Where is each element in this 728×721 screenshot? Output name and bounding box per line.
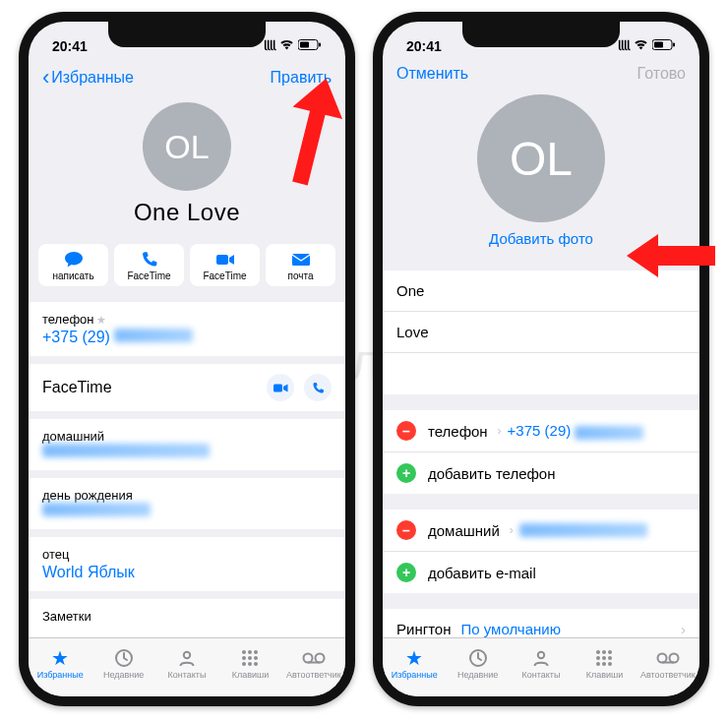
svg-rect-24 [654,42,663,48]
message-button[interactable]: написать [38,244,108,286]
svg-point-18 [303,654,312,663]
first-name-field[interactable]: One [383,270,699,312]
voicemail-icon [302,647,326,669]
phone-edit-row[interactable]: – телефон › +375 (29) [383,410,699,452]
tab-favorites-label: Избранные [37,670,84,680]
tab-contacts[interactable]: Контакты [510,638,573,689]
tab-contacts-label: Контакты [168,670,207,680]
svg-point-28 [602,650,606,654]
nav-bar-edit: Отменить Готово [383,59,699,90]
status-icons: 𝗅𝗅𝗅𝗅 [618,39,676,53]
tab-keypad[interactable]: Клавиши [573,638,636,689]
svg-point-30 [596,656,600,660]
chevron-left-icon: ‹ [42,65,49,90]
home-email-label: домашний [42,429,332,444]
svg-rect-3 [300,42,309,48]
phone-frame-left: 20:41 𝗅𝗅𝗅𝗅 ‹ Избранные Править OL One [19,12,355,706]
facetime-audio-button[interactable]: FaceTime [114,244,184,286]
svg-point-35 [608,662,612,666]
edit-button[interactable]: Править [271,69,332,87]
phone-card[interactable]: телефон★ +375 (29) [29,302,345,356]
tab-voicemail[interactable]: Автоответчик [282,638,345,689]
avatar[interactable]: OL [143,102,231,191]
voicemail-icon [656,647,680,669]
tab-voicemail[interactable]: Автоответчик [637,638,699,689]
ringtone-row[interactable]: Рингтон По умолчанию › [383,609,699,637]
svg-point-11 [254,650,258,654]
done-button[interactable]: Готово [637,65,686,83]
birthday-label: день рождения [42,488,332,503]
tab-bar: ★ Избранные Недавние Контакты Клавиши [29,637,345,696]
phone-field-label: телефон [428,423,488,440]
facetime-video-button[interactable]: FaceTime [190,244,260,286]
phone-label: телефон [42,312,94,327]
add-photo-button[interactable]: Добавить фото [383,230,699,247]
add-email-button[interactable]: + [396,563,416,582]
tab-recents[interactable]: Недавние [446,638,509,689]
tab-contacts[interactable]: Контакты [155,638,218,689]
battery-icon [298,39,322,53]
star-icon: ★ [405,647,423,669]
back-label: Избранные [51,69,134,87]
add-email-row[interactable]: + добавить e-mail [383,552,699,593]
tab-recents-label: Недавние [103,670,144,680]
mail-icon [266,251,335,269]
video-icon [190,251,260,269]
company-field[interactable] [383,353,699,394]
avatar-edit[interactable]: OL [477,94,605,222]
back-button[interactable]: ‹ Избранные [42,65,134,90]
facetime-video-label: FaceTime [190,270,260,281]
notes-label: Заметки [42,609,332,624]
add-phone-row[interactable]: + добавить телефон [383,452,699,494]
svg-point-29 [608,650,612,654]
remove-email-button[interactable]: – [396,520,416,540]
svg-point-31 [602,656,606,660]
status-time: 20:41 [406,38,442,54]
tab-favorites[interactable]: ★ Избранные [29,638,91,689]
tab-favorites-label: Избранные [392,670,438,680]
notch [462,22,620,47]
phone-group: – телефон › +375 (29) + добавить телефон [383,410,699,494]
notes-card[interactable]: Заметки [29,599,345,637]
father-value: World Яблык [42,564,332,581]
tab-keypad[interactable]: Клавиши [218,638,281,689]
keypad-icon [594,647,614,669]
tab-voicemail-label: Автоответчик [640,670,696,680]
add-phone-button[interactable]: + [396,463,416,483]
tab-favorites[interactable]: ★ Избранные [383,638,446,689]
wifi-icon [279,39,294,53]
tab-keypad-label: Клавиши [586,670,624,680]
tab-recents-label: Недавние [457,670,498,680]
star-icon: ★ [51,647,69,669]
facetime-audio-call-button[interactable] [304,374,332,401]
facetime-video-call-button[interactable] [267,374,294,401]
clock-icon [468,647,488,669]
svg-rect-5 [292,254,310,266]
facetime-audio-label: FaceTime [114,270,184,281]
svg-point-9 [242,650,246,654]
nav-bar: ‹ Избранные Править [29,59,345,98]
svg-point-10 [248,650,252,654]
tab-bar: ★ Избранные Недавние Контакты Клавиши [383,637,699,696]
tab-recents[interactable]: Недавние [91,638,154,689]
father-card[interactable]: отец World Яблык [29,537,345,591]
status-icons: 𝗅𝗅𝗅𝗅 [264,39,322,53]
name-group: One Love [383,270,699,394]
message-icon [38,251,108,269]
birthday-card[interactable]: день рождения [29,478,345,529]
cancel-button[interactable]: Отменить [396,65,468,83]
ringtone-label: Рингтон [396,621,451,637]
mail-button[interactable]: почта [266,244,335,286]
tab-keypad-label: Клавиши [232,670,270,680]
add-email-label: добавить e-mail [428,565,536,581]
first-name-value: One [396,282,424,299]
last-name-field[interactable]: Love [383,312,699,353]
email-field-value-hidden [519,523,647,537]
chevron-right-icon: › [498,424,502,438]
home-email-card[interactable]: домашний [29,419,345,470]
email-edit-row[interactable]: – домашний › [383,510,699,552]
remove-phone-button[interactable]: – [396,421,416,441]
notch [108,22,266,47]
status-time: 20:41 [52,38,88,54]
svg-point-17 [254,662,258,666]
